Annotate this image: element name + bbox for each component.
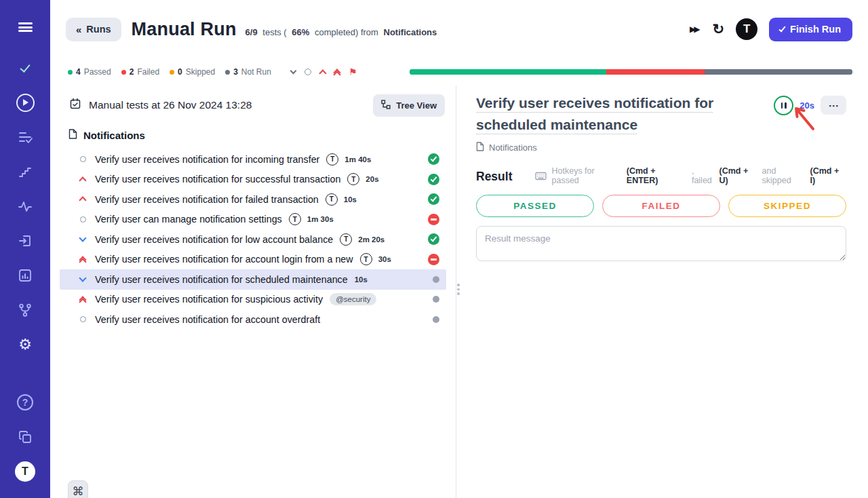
priority-normal-icon (80, 316, 95, 322)
priority-highest-icon (80, 254, 95, 265)
test-row[interactable]: Verify user receives notification for in… (60, 149, 446, 170)
testomat-icon: T (360, 253, 372, 265)
skipped-button[interactable]: SKIPPED (728, 195, 846, 217)
test-title: Verify user receives notification for fa… (95, 194, 319, 205)
test-title: Verify user receives notification for ac… (95, 314, 320, 325)
passed-dot-icon (68, 70, 73, 75)
priority-normal-icon (80, 216, 95, 223)
file-icon (68, 129, 77, 142)
failed-legend: 2Failed (121, 67, 159, 77)
test-title: Verify user receives notification for su… (95, 294, 323, 305)
status-failed-icon (428, 254, 439, 265)
app-logo: T (14, 460, 37, 483)
test-tag: @security (330, 293, 376, 305)
run-calendar-icon (69, 98, 81, 113)
page-title: Manual Run (132, 19, 237, 40)
notrun-dot-icon (225, 70, 230, 75)
retry-timer-icon[interactable]: ↻ (712, 21, 724, 37)
priority-low-icon (80, 277, 95, 281)
hotkeys-hint: Hotkeys for passed (Cmd + ENTER) , faile… (535, 166, 846, 185)
status-bar: 4Passed 2Failed 0Skipped 3Not Run ⚑ (50, 58, 868, 85)
steps-icon[interactable] (14, 160, 37, 183)
run-name: Manual tests at 26 Nov 2024 13:28 (89, 99, 252, 111)
detail-test-title[interactable]: Verify user receives notification for sc… (476, 92, 774, 136)
run-header: « Runs Manual Run 6/9 tests ( 66% comple… (50, 0, 868, 58)
status-passed-icon (428, 233, 439, 245)
resizer-handle-icon[interactable] (457, 284, 460, 295)
signin-icon[interactable] (14, 229, 37, 252)
test-row[interactable]: Verify user receives notification for ac… (60, 309, 446, 330)
pulse-icon[interactable] (14, 195, 37, 218)
test-duration: 2m 20s (358, 235, 384, 244)
skipped-dot-icon (170, 70, 174, 75)
branch-icon[interactable] (14, 299, 37, 322)
test-row[interactable]: Verify user receives notification for fa… (60, 189, 446, 210)
passed-legend: 4Passed (68, 67, 111, 77)
priority-low-icon (80, 237, 95, 241)
run-progress-bar (410, 69, 852, 75)
failed-dot-icon (121, 70, 126, 75)
test-title: Verify user receives notification for sc… (95, 274, 348, 285)
status-notrun-icon (433, 276, 439, 283)
result-message-input[interactable] (476, 226, 846, 261)
test-row[interactable]: Verify user receives notification for su… (60, 170, 446, 190)
test-row[interactable]: Verify user receives notification for lo… (60, 229, 446, 250)
more-options-button[interactable]: ⋯ (821, 96, 846, 115)
command-palette-button[interactable]: ⌘ (68, 480, 88, 498)
priority-normal-filter-icon[interactable] (304, 69, 311, 75)
timer-value: 20s (800, 96, 814, 111)
test-duration: 1m 40s (344, 155, 371, 164)
testomat-icon: T (326, 153, 338, 166)
test-row[interactable]: Verify user receives notification for su… (60, 290, 446, 310)
priority-highest-filter-icon[interactable] (334, 67, 340, 77)
double-chevron-left-icon: « (76, 24, 81, 35)
breadcrumb[interactable]: Notifications (476, 142, 846, 153)
test-row-selected[interactable]: Verify user receives notification for sc… (60, 269, 446, 290)
test-row[interactable]: Verify user receives notification for ac… (60, 250, 446, 270)
file-icon (476, 142, 484, 153)
failed-button[interactable]: FAILED (602, 195, 720, 217)
chart-icon[interactable] (14, 264, 37, 287)
priority-high-icon (80, 195, 95, 203)
status-passed-icon (428, 153, 439, 165)
run-progress-subtitle: 6/9 tests ( 66% completed) from Notifica… (245, 21, 440, 37)
chevron-down-icon[interactable] (290, 67, 296, 74)
copy-icon[interactable] (14, 425, 37, 448)
back-label: Runs (86, 24, 111, 35)
testomat-icon: T (340, 233, 352, 246)
check-icon[interactable] (14, 56, 37, 79)
test-title: Verify user receives notification for su… (95, 174, 340, 185)
help-icon[interactable]: ? (14, 391, 37, 414)
priority-normal-icon (80, 156, 95, 162)
suite-header[interactable]: Notifications (50, 123, 456, 147)
notrun-legend: 3Not Run (225, 67, 271, 77)
test-rows: Verify user receives notification for in… (60, 149, 446, 330)
play-icon[interactable] (14, 91, 37, 114)
tree-view-button[interactable]: Tree View (373, 94, 445, 117)
finish-run-button[interactable]: Finish Run (769, 18, 852, 41)
fast-forward-icon[interactable]: ▶▶ (690, 24, 701, 34)
main-area: « Runs Manual Run 6/9 tests ( 66% comple… (50, 0, 868, 498)
pause-timer-button[interactable] (774, 96, 793, 115)
test-row[interactable]: Verify user can manage notification sett… (60, 210, 446, 230)
status-notrun-icon (433, 296, 439, 303)
back-to-runs-button[interactable]: « Runs (66, 18, 121, 41)
progress-notrun-segment (705, 69, 852, 75)
tree-icon (381, 100, 391, 111)
priority-high-filter-icon[interactable] (319, 69, 326, 77)
test-duration: 10s (344, 195, 357, 204)
progress-passed-segment (410, 69, 606, 75)
suite-title: Notifications (83, 130, 145, 141)
gear-icon[interactable]: ⚙ (14, 333, 37, 356)
passed-button[interactable]: PASSED (476, 195, 594, 217)
priority-high-icon (80, 176, 95, 183)
flag-icon[interactable]: ⚑ (349, 67, 357, 77)
checklist-icon[interactable] (14, 126, 37, 149)
testomat-icon: T (289, 213, 301, 225)
testomat-logo[interactable]: T (736, 18, 757, 40)
menu-icon[interactable] (14, 16, 37, 39)
status-notrun-icon (433, 316, 439, 323)
status-failed-icon (428, 214, 439, 225)
panel-resizer[interactable] (456, 85, 461, 498)
testomat-icon: T (347, 173, 359, 185)
